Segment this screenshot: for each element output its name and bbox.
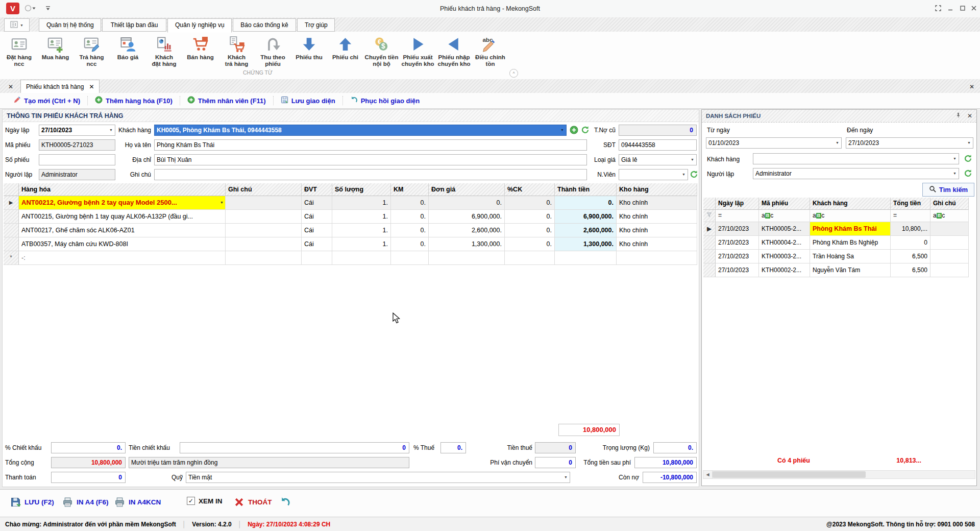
footer-button-xem-in[interactable]: ✓XEM IN (187, 497, 223, 505)
cell-customer[interactable]: Nguyễn Văn Tám (810, 263, 891, 277)
filter-cell[interactable]: = (716, 210, 759, 222)
ribbon-item-at-hang-ncc[interactable]: Đặt hàngncc (1, 34, 37, 68)
phi-van-chuyen-input[interactable]: 0 (535, 457, 576, 468)
cell-qty[interactable]: 1. (332, 237, 391, 251)
action-luu-giao-dien[interactable]: Lưu giao diện (273, 96, 342, 105)
cell-amount[interactable]: 2,600,000. (555, 224, 617, 237)
ribbon-item-tra-hang-ncc[interactable]: Trả hàngncc (74, 34, 110, 68)
cell-km[interactable]: 0. (391, 210, 429, 224)
action-them-hang-hoa-f10[interactable]: Thêm hàng hóa (F10) (87, 96, 180, 105)
quy-input[interactable]: Tiền mặt▼ (186, 472, 570, 483)
maximize-button[interactable] (957, 3, 969, 14)
table-row[interactable]: ANT00215, Giường bệnh 1 tay quay ALK06-A… (4, 210, 697, 224)
den-ngay-input[interactable]: 27/10/2023▼ (846, 137, 973, 149)
menu-tab-quan-tri-he-thong[interactable]: Quản trị hệ thống (39, 18, 101, 32)
ribbon-item-bao-gia[interactable]: Báo giá (110, 34, 146, 68)
tien-chiet-khau-input[interactable]: 0 (180, 442, 409, 453)
cell-item[interactable]: ATB00357, Máy châm cứu KWD-808I (19, 237, 226, 251)
action-tao-moi-ctrl-n[interactable]: Tạo mới (Ctrl + N) (6, 96, 87, 105)
footer-button-in-a4kcn[interactable]: IN A4KCN (114, 497, 161, 508)
footer-button-in-a4-f6[interactable]: IN A4 (F6) (62, 497, 109, 508)
ribbon-item-phieu-nhap-chuyen-kho[interactable]: Phiếu nhậpchuyển kho (436, 34, 472, 68)
voucher-row[interactable]: 27/10/2023KTH00004-2...Phòng Khám Bs Ngh… (703, 236, 969, 250)
khach-hang-input[interactable]: KH0005, Phòng Khám Bs Thái, 0944443558▼ (154, 125, 567, 136)
cell-note[interactable] (226, 237, 302, 251)
grid-col-km[interactable]: KM (391, 183, 429, 196)
cell-note[interactable] (226, 251, 302, 265)
cell-warehouse[interactable]: Kho chính (617, 196, 697, 210)
cell-unit[interactable]: Cái (302, 210, 332, 224)
grid-col-so-luong[interactable]: Số lượng (332, 183, 391, 196)
cell-km[interactable] (391, 251, 429, 265)
loai-gia-input[interactable]: Giá lẻ▼ (619, 154, 697, 165)
refresh-nvien-button[interactable] (690, 170, 698, 179)
filter-cell[interactable]: aBc (810, 210, 891, 222)
dia-chi-input[interactable]: Bùi Thị Xuân (154, 154, 587, 165)
cell-item[interactable]: -: (19, 251, 226, 265)
cell-warehouse[interactable]: Kho chính (617, 237, 697, 251)
cell-date[interactable]: 27/10/2023 (716, 250, 759, 263)
cell-ck[interactable] (505, 251, 555, 265)
cell-item[interactable]: ANT00212, Giường bệnh 2 tay quay Model 2… (19, 196, 226, 210)
sdt-input[interactable]: 0944443558 (619, 139, 697, 151)
fullscreen-button[interactable] (932, 3, 944, 14)
action-them-nhan-vien-f11[interactable]: Thêm nhân viên (F11) (180, 96, 273, 105)
cell-price[interactable] (429, 251, 505, 265)
menu-tab-bao-cao-thong-ke[interactable]: Báo cáo thống kê (233, 18, 296, 32)
ribbon-collapse-button[interactable]: ˄ (509, 69, 518, 78)
cell-customer[interactable]: Phòng Khám Bs Thái (810, 222, 891, 236)
ribbon-item-phieu-thu[interactable]: Phiếu thu (291, 34, 327, 68)
cell-ck[interactable]: 0. (505, 210, 555, 224)
cell-unit[interactable]: Cái (302, 196, 332, 210)
menu-tab-thiet-lap-ban-au[interactable]: Thiết lập ban đầu (102, 18, 166, 32)
refresh-panel-creator-button[interactable] (964, 169, 972, 178)
panel-col-khach-hang[interactable]: Khách hàng (810, 198, 891, 210)
cell-item[interactable]: ANT00217, Ghế chăm sóc ALK06-AZ01 (19, 224, 226, 237)
ho-ten-input[interactable]: Phòng Khám Bs Thái (154, 139, 587, 151)
chiet-khau-pct-input[interactable]: 0. (51, 442, 126, 453)
grid-col-vt[interactable]: ĐVT (302, 183, 332, 196)
cell-note[interactable] (226, 196, 302, 210)
cell-customer[interactable]: Trần Hoàng Sa (810, 250, 891, 263)
cell-note[interactable] (226, 224, 302, 237)
cell-km[interactable]: 0. (391, 237, 429, 251)
ribbon-item-chuyen-tien-noi-bo[interactable]: €$Chuyển tiềnnội bộ (363, 34, 400, 68)
cell-code[interactable]: KTH00003-2... (759, 250, 810, 263)
cell-warehouse[interactable]: Kho chính (617, 224, 697, 237)
menu-tab-quan-ly-nghiep-vu[interactable]: Quản lý nghiệp vụ (167, 18, 232, 33)
cell-ck[interactable]: 0. (505, 237, 555, 251)
grid-col-ghi-chu[interactable]: Ghi chú (226, 183, 302, 196)
cell-code[interactable]: KTH00002-2... (759, 263, 810, 277)
tu-ngay-input[interactable]: 01/10/2023▼ (706, 137, 842, 149)
table-row[interactable]: ANT00217, Ghế chăm sóc ALK06-AZ01Cái1.0.… (4, 224, 697, 237)
cell-customer[interactable]: Phòng Khám Bs Nghiệp (810, 236, 891, 250)
cell-km[interactable]: 0. (391, 196, 429, 210)
cell-price[interactable]: 6,900,000. (429, 210, 505, 224)
cell-price[interactable]: 2,600,000. (429, 224, 505, 237)
cell-total[interactable]: 10,800,... (891, 222, 930, 236)
so-phieu-input[interactable] (39, 154, 115, 165)
panel-horizontal-scrollbar[interactable]: ◀ (703, 470, 975, 479)
cell-date[interactable]: 27/10/2023 (716, 263, 759, 277)
table-row[interactable]: ▶ANT00212, Giường bệnh 2 tay quay Model … (4, 196, 697, 210)
action-phuc-hoi-giao-dien[interactable]: Phục hồi giao diện (342, 96, 427, 105)
thue-pct-input[interactable]: 0. (440, 442, 466, 453)
cell-note[interactable] (930, 250, 969, 263)
cell-qty[interactable]: 1. (332, 196, 391, 210)
n-vien-input[interactable]: ▼ (619, 169, 688, 180)
cell-qty[interactable]: 1. (332, 210, 391, 224)
cell-code[interactable]: KTH00004-2... (759, 236, 810, 250)
close-tab-right-button[interactable]: ✕ (966, 81, 977, 93)
undo-button[interactable] (280, 497, 290, 508)
grid-col-on-gia[interactable]: Đơn giá (429, 183, 505, 196)
cell-unit[interactable]: Cái (302, 224, 332, 237)
pin-icon[interactable] (955, 112, 961, 119)
cell-price[interactable]: 1,300,000. (429, 237, 505, 251)
grid-col-thanh-tien[interactable]: Thành tiền (555, 183, 617, 196)
trong-luong-input[interactable]: 0. (653, 442, 697, 453)
ribbon-item-mua-hang[interactable]: Mua hàng (37, 34, 74, 68)
table-row[interactable]: ATB00357, Máy châm cứu KWD-808ICái1.0.1,… (4, 237, 697, 251)
thanh-toan-input[interactable]: 0 (51, 472, 126, 483)
tab-phieu-khach-tra-hang[interactable]: Phiếu khách trả hàng ✕ (20, 80, 100, 93)
cell-total[interactable]: 6,500 (891, 250, 930, 263)
